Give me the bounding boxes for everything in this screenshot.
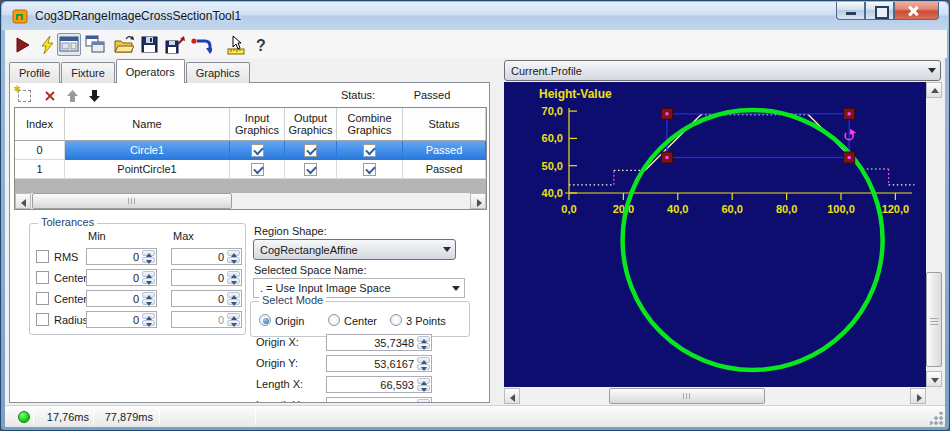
centerx-min-value[interactable]: 0 xyxy=(87,270,142,285)
chart-v-scrollbar[interactable] xyxy=(926,82,942,387)
region-shape-combobox[interactable]: CogRectangleAffine xyxy=(253,239,456,260)
table-h-scrollbar[interactable] xyxy=(15,193,486,209)
spin-up-button[interactable] xyxy=(227,271,240,277)
spin-down-button[interactable] xyxy=(142,257,155,263)
spin-down-button[interactable] xyxy=(417,343,430,349)
move-up-button[interactable] xyxy=(63,87,81,104)
help-button[interactable]: ? xyxy=(249,33,273,56)
save-as-button[interactable] xyxy=(162,33,186,56)
scroll-up-arrow[interactable] xyxy=(926,82,942,98)
origin-y-value[interactable]: 53,6167 xyxy=(327,356,417,371)
radius-min-value[interactable]: 0 xyxy=(87,312,142,327)
three-points-radio-label[interactable]: 3 Points xyxy=(406,315,446,327)
move-down-button[interactable] xyxy=(85,87,103,104)
centerx-checkbox[interactable] xyxy=(36,271,49,284)
run-button[interactable] xyxy=(10,33,34,56)
three-points-radio[interactable] xyxy=(390,314,402,326)
minimize-button[interactable] xyxy=(836,2,865,20)
spin-up-button[interactable] xyxy=(227,313,240,319)
scroll-right-arrow[interactable] xyxy=(470,193,486,209)
centery-checkbox[interactable] xyxy=(36,292,49,305)
show-tool-window-button[interactable] xyxy=(57,33,81,56)
resize-grip[interactable] xyxy=(930,412,943,425)
col-header-input-graphics[interactable]: Input Graphics xyxy=(230,108,285,141)
maximize-button[interactable] xyxy=(865,2,894,20)
spin-down-button[interactable] xyxy=(227,257,240,263)
add-operator-button[interactable]: ✱ xyxy=(15,87,33,104)
col-header-combine-graphics[interactable]: Combine Graphics xyxy=(337,108,403,141)
spin-down-button[interactable] xyxy=(417,364,430,370)
save-button[interactable] xyxy=(137,33,161,56)
close-button[interactable] xyxy=(894,2,939,20)
checkbox[interactable] xyxy=(363,144,376,157)
spin-up-button[interactable] xyxy=(417,336,430,342)
origin-x-value[interactable]: 35,7348 xyxy=(327,335,417,350)
title-bar[interactable]: Cog3DRangeImageCrossSectionTool1 xyxy=(2,2,948,30)
checkbox[interactable] xyxy=(304,144,317,157)
scroll-left-arrow[interactable] xyxy=(15,193,31,209)
spin-up-button[interactable] xyxy=(227,292,240,298)
col-header-index[interactable]: Index xyxy=(15,108,65,141)
center-radio[interactable] xyxy=(328,314,340,326)
checkbox[interactable] xyxy=(363,163,376,176)
delete-operator-button[interactable] xyxy=(41,87,59,104)
scroll-right-arrow[interactable] xyxy=(910,388,926,404)
scroll-thumb[interactable] xyxy=(609,388,765,404)
spin-down-button[interactable] xyxy=(417,385,430,391)
scroll-left-arrow[interactable] xyxy=(504,388,520,404)
scroll-down-arrow[interactable] xyxy=(926,371,942,387)
spin-up-button[interactable] xyxy=(417,399,430,403)
radius-max-value[interactable]: 0 xyxy=(172,312,227,327)
profile-chart[interactable]: Height-Value70,060,050,040,00,020,040,06… xyxy=(504,82,926,387)
float-window-button[interactable] xyxy=(83,33,107,56)
origin-radio[interactable] xyxy=(259,314,271,326)
table-row[interactable]: 1 PointCircle1 Passed xyxy=(15,160,486,179)
spin-up-button[interactable] xyxy=(142,313,155,319)
spin-down-button[interactable] xyxy=(142,320,155,326)
spin-down-button[interactable] xyxy=(227,299,240,305)
origin-radio-label[interactable]: Origin xyxy=(275,315,304,327)
spin-up-button[interactable] xyxy=(417,357,430,363)
checkbox[interactable] xyxy=(251,163,264,176)
spin-up-button[interactable] xyxy=(417,378,430,384)
centery-min-value[interactable]: 0 xyxy=(87,291,142,306)
tab-profile[interactable]: Profile xyxy=(9,62,60,83)
rms-min-value[interactable]: 0 xyxy=(87,249,142,264)
rms-checkbox[interactable] xyxy=(36,250,49,263)
radius-checkbox[interactable] xyxy=(36,313,49,326)
col-header-status[interactable]: Status xyxy=(403,108,486,141)
tab-fixture[interactable]: Fixture xyxy=(61,62,115,83)
open-file-button[interactable] xyxy=(111,33,135,56)
checkbox[interactable] xyxy=(251,144,264,157)
centerx-max-value[interactable]: 0 xyxy=(172,270,227,285)
spin-up-button[interactable] xyxy=(142,292,155,298)
spin-down-button[interactable] xyxy=(142,278,155,284)
length-x-value[interactable]: 66,593 xyxy=(327,377,417,392)
checkbox[interactable] xyxy=(304,163,317,176)
profile-chart-canvas[interactable]: Height-Value70,060,050,040,00,020,040,06… xyxy=(504,82,926,387)
spin-down-button[interactable] xyxy=(227,320,240,326)
spin-up-button[interactable] xyxy=(142,271,155,277)
center-radio-label[interactable]: Center xyxy=(344,315,377,327)
table-row[interactable]: 0 Circle1 Passed xyxy=(15,141,486,160)
chart-h-scrollbar[interactable] xyxy=(504,388,926,404)
spin-up-button[interactable] xyxy=(142,250,155,256)
electrode-button[interactable] xyxy=(223,33,247,56)
tab-graphics[interactable]: Graphics xyxy=(186,62,250,83)
rms-max-value[interactable]: 0 xyxy=(172,249,227,264)
cell-index: 0 xyxy=(15,141,65,160)
reset-button[interactable] xyxy=(189,33,213,56)
length-y-value[interactable]: 15,3537 xyxy=(327,398,417,403)
spin-up-button[interactable] xyxy=(227,250,240,256)
tab-operators[interactable]: Operators xyxy=(116,59,185,83)
col-header-name[interactable]: Name xyxy=(65,108,230,141)
record-selector-combobox[interactable]: Current.Profile xyxy=(504,60,941,81)
scroll-thumb[interactable] xyxy=(32,193,232,209)
spin-down-button[interactable] xyxy=(227,278,240,284)
trigger-button[interactable] xyxy=(35,33,59,56)
table-header: Index Name Input Graphics Output Graphic… xyxy=(15,108,486,141)
spin-down-button[interactable] xyxy=(142,299,155,305)
scroll-thumb[interactable] xyxy=(926,272,942,367)
col-header-output-graphics[interactable]: Output Graphics xyxy=(285,108,337,141)
centery-max-value[interactable]: 0 xyxy=(172,291,227,306)
